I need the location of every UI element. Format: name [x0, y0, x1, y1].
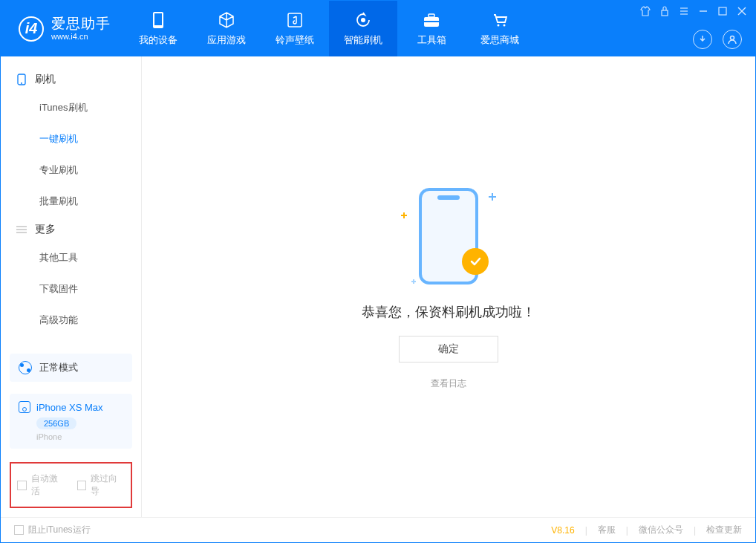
sparkle-icon — [489, 193, 496, 201]
nav-tabs: 我的设备 应用游戏 铃声壁纸 智能刷机 — [124, 1, 534, 56]
refresh-icon — [354, 11, 372, 29]
footer-bar: 阻止iTunes运行 V8.16 | 客服 | 微信公众号 | 检查更新 — [1, 517, 755, 542]
sidebar: 刷机 iTunes刷机 一键刷机 专业刷机 批量刷机 更多 其他工具 下载固件 … — [1, 56, 142, 517]
music-icon — [287, 11, 303, 29]
sidebar-item-batch-flash[interactable]: 批量刷机 — [1, 186, 141, 217]
success-illustration — [397, 184, 501, 288]
shirt-icon[interactable] — [639, 5, 651, 17]
checkmark-badge-icon — [462, 248, 489, 275]
device-type: iPhone — [36, 432, 123, 441]
device-phone-icon — [19, 401, 30, 413]
tab-my-device[interactable]: 我的设备 — [124, 1, 192, 56]
footer-link-support[interactable]: 客服 — [598, 524, 616, 536]
svg-rect-14 — [719, 7, 726, 15]
svg-rect-6 — [424, 21, 439, 22]
svg-point-19 — [21, 82, 22, 84]
sidebar-item-advanced[interactable]: 高级功能 — [1, 305, 141, 336]
mode-label: 正常模式 — [39, 361, 78, 374]
device-name: iPhone XS Max — [36, 402, 103, 413]
toolbox-icon — [423, 11, 440, 29]
footer-link-wechat[interactable]: 微信公众号 — [639, 524, 683, 536]
tab-store[interactable]: 爱思商城 — [466, 1, 534, 56]
device-box[interactable]: iPhone XS Max 256GB iPhone — [10, 394, 132, 449]
mode-box[interactable]: 正常模式 — [10, 354, 132, 382]
close-button[interactable] — [736, 5, 748, 17]
app-url: www.i4.cn — [51, 32, 111, 41]
minimize-button[interactable] — [697, 5, 709, 17]
app-logo[interactable]: i4 爱思助手 www.i4.cn — [1, 16, 124, 42]
svg-rect-2 — [288, 13, 302, 27]
view-log-link[interactable]: 查看日志 — [431, 377, 466, 390]
download-icon[interactable] — [693, 30, 712, 49]
cart-icon — [491, 11, 509, 29]
checkbox-auto-activate[interactable]: 自动激活 — [17, 472, 65, 498]
body: 刷机 iTunes刷机 一键刷机 专业刷机 批量刷机 更多 其他工具 下载固件 … — [1, 56, 755, 517]
confirm-button[interactable]: 确定 — [399, 336, 498, 362]
sparkle-icon — [411, 279, 416, 284]
header-bar: i4 爱思助手 www.i4.cn 我的设备 应用游戏 — [1, 1, 755, 56]
mode-icon — [19, 361, 32, 374]
tab-smart-flash[interactable]: 智能刷机 — [329, 1, 397, 56]
checkbox-icon — [77, 481, 87, 490]
sidebar-item-itunes-flash[interactable]: iTunes刷机 — [1, 92, 141, 123]
svg-point-3 — [361, 18, 365, 22]
maximize-button[interactable] — [717, 5, 729, 17]
menu-icon — [16, 224, 27, 235]
logo-icon: i4 — [19, 16, 44, 42]
svg-rect-9 — [662, 10, 668, 16]
main-content: 恭喜您，保资料刷机成功啦！ 确定 查看日志 — [142, 56, 755, 517]
checkbox-skip-guide[interactable]: 跳过向导 — [77, 472, 126, 498]
sidebar-item-other-tools[interactable]: 其他工具 — [1, 242, 141, 273]
menu-lines-icon[interactable] — [678, 5, 690, 17]
svg-point-7 — [498, 24, 500, 26]
sidebar-item-download-firmware[interactable]: 下载固件 — [1, 273, 141, 305]
checkbox-icon — [17, 481, 27, 490]
user-icon[interactable] — [723, 30, 742, 49]
svg-point-8 — [504, 24, 506, 26]
tab-ringtone-wallpaper[interactable]: 铃声壁纸 — [261, 1, 329, 56]
sidebar-item-oneclick-flash[interactable]: 一键刷机 — [1, 123, 141, 155]
lock-icon[interactable] — [659, 5, 671, 17]
version-label: V8.16 — [551, 525, 574, 536]
sidebar-category-flash: 刷机 — [1, 67, 141, 92]
svg-rect-5 — [428, 14, 434, 17]
account-icons — [693, 30, 742, 49]
tab-toolbox[interactable]: 工具箱 — [397, 1, 466, 56]
footer-link-check-update[interactable]: 检查更新 — [706, 524, 742, 536]
sidebar-item-pro-flash[interactable]: 专业刷机 — [1, 155, 141, 186]
success-message: 恭喜您，保资料刷机成功啦！ — [362, 303, 535, 321]
tab-apps-games[interactable]: 应用游戏 — [192, 1, 261, 56]
svg-rect-1 — [154, 13, 162, 25]
device-storage-badge: 256GB — [36, 417, 76, 429]
sparkle-icon — [401, 212, 407, 218]
device-icon — [151, 11, 165, 29]
window-controls — [639, 5, 748, 17]
cube-icon — [218, 11, 235, 29]
svg-point-17 — [731, 36, 734, 40]
checkbox-block-itunes[interactable]: 阻止iTunes运行 — [14, 524, 91, 536]
checkbox-icon — [14, 525, 24, 535]
phone-icon — [16, 74, 27, 85]
app-name: 爱思助手 — [51, 16, 111, 32]
sidebar-category-more: 更多 — [1, 217, 141, 242]
app-window: i4 爱思助手 www.i4.cn 我的设备 应用游戏 — [0, 0, 756, 543]
flash-options-highlighted: 自动激活 跳过向导 — [10, 462, 132, 508]
